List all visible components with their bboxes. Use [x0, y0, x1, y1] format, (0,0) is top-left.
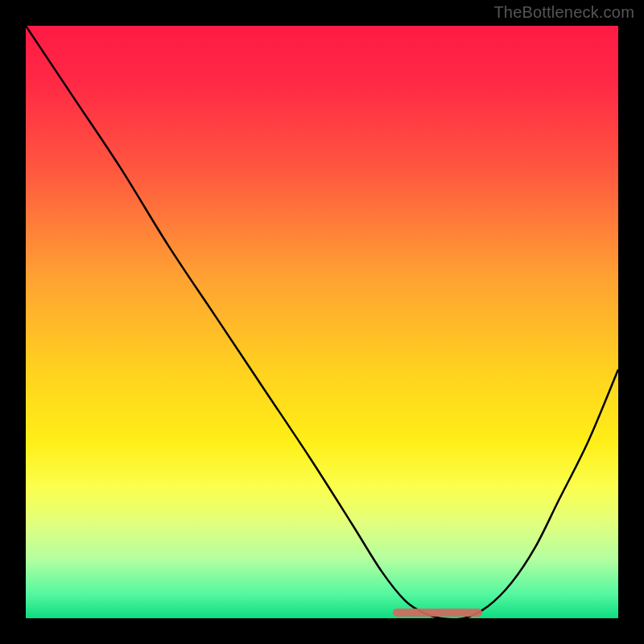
- watermark-text: TheBottleneck.com: [493, 3, 634, 22]
- chart-frame: TheBottleneck.com: [0, 0, 644, 644]
- optimal-range-marker: [393, 609, 481, 617]
- bottleneck-curve: [26, 26, 618, 618]
- plot-area: [26, 26, 618, 618]
